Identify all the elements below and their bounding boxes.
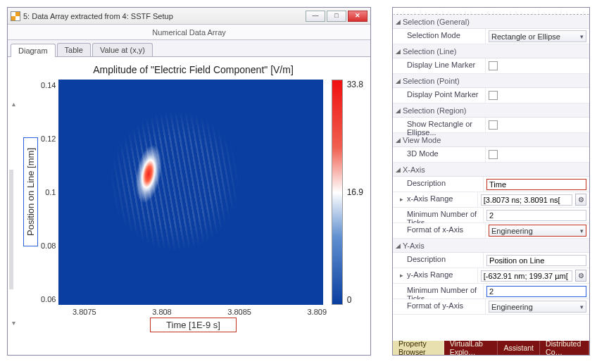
tab-value-at-xy[interactable]: Value at (x,y)	[92, 43, 153, 56]
panel-tabs: Property Browser VirtualLab Explo… Assis…	[393, 341, 589, 355]
label-y-min-ticks: Minimum Number of Ticks	[393, 284, 484, 299]
row-y-format: Format of y-Axis Engineering	[393, 299, 589, 315]
input-x-min-ticks[interactable]	[486, 210, 586, 221]
input-y-min-ticks[interactable]	[486, 286, 586, 297]
row-y-description: Description	[393, 253, 589, 268]
y-tick: 0.08	[41, 241, 56, 250]
app-icon	[11, 11, 20, 21]
gear-icon[interactable]: ⚙	[575, 194, 586, 206]
section-selection-point[interactable]: ◢Selection (Point)	[393, 74, 589, 88]
label-selection-mode: Selection Mode	[393, 29, 486, 44]
colorbar-ticks: 33.8 16.9 0	[343, 80, 363, 305]
heatmap-canvas[interactable]	[58, 80, 322, 305]
gear-icon[interactable]: ⚙	[575, 270, 586, 282]
section-y-axis[interactable]: ◢Y-Axis	[393, 239, 589, 253]
data-array-window: 5: Data Array extracted from 4: SSTF Set…	[7, 7, 371, 356]
section-view-mode[interactable]: ◢View Mode	[393, 133, 589, 147]
row-x-min-ticks: Minimum Number of Ticks	[393, 208, 589, 223]
label-x-range: ▸x-Axis Range	[393, 192, 478, 207]
panel-tab-distributed[interactable]: Distributed Co…	[540, 341, 589, 355]
cb-tick-min: 0	[347, 295, 363, 305]
label-x-min-ticks: Minimum Number of Ticks	[393, 208, 484, 222]
x-tick: 3.8075	[73, 308, 96, 316]
row-x-description: Description	[393, 177, 589, 192]
section-selection-region[interactable]: ◢Selection (Region)	[393, 103, 589, 118]
label-y-range: ▸y-Axis Range	[393, 268, 478, 283]
view-tabs: Diagram Table Value at (x,y)	[8, 40, 370, 57]
x-tick: 3.809	[307, 308, 327, 316]
tab-table[interactable]: Table	[57, 43, 91, 56]
checkbox-display-point-marker[interactable]	[489, 91, 498, 100]
checkbox-show-rect-ellipse[interactable]	[489, 120, 498, 130]
x-axis-label: Time [1E-9 s]	[150, 318, 237, 332]
checkbox-display-line-marker[interactable]	[489, 61, 498, 70]
row-3d-mode: 3D Mode	[393, 147, 589, 163]
tab-diagram[interactable]: Diagram	[11, 44, 56, 57]
row-x-range: ▸x-Axis Range ⚙	[393, 192, 589, 208]
combo-y-format[interactable]: Engineering	[489, 301, 586, 313]
section-selection-line[interactable]: ◢Selection (Line)	[393, 44, 589, 58]
input-x-description[interactable]	[486, 179, 586, 190]
y-tick: 0.06	[41, 295, 56, 303]
row-x-format: Format of x-Axis Engineering	[393, 223, 589, 239]
row-show-rect-ellipse: Show Rectangle or Ellipse...	[393, 118, 589, 133]
property-grid[interactable]: ◢Selection (General) Selection Mode Rect…	[393, 15, 589, 341]
property-browser-panel: ◢Selection (General) Selection Mode Rect…	[392, 7, 590, 356]
row-selection-mode: Selection Mode Rectangle or Ellipse	[393, 29, 589, 44]
cb-tick-mid: 16.9	[347, 187, 363, 197]
x-tick: 3.8085	[227, 308, 251, 316]
row-display-point-marker: Display Point Marker	[393, 88, 589, 103]
y-tick: 0.12	[41, 134, 56, 143]
torn-edge	[393, 8, 589, 15]
label-x-description: Description	[393, 177, 484, 192]
label-show-rect-ellipse: Show Rectangle or Ellipse...	[393, 118, 486, 132]
cb-tick-max: 33.8	[347, 80, 363, 89]
plot-area: ▴▾ Amplitude of "Electric Field Componen…	[8, 57, 370, 355]
window-subtitle: Numerical Data Array	[8, 25, 370, 40]
panel-tab-property-browser[interactable]: Property Browser	[393, 341, 444, 355]
scroll-arrows[interactable]: ▴▾	[12, 101, 19, 327]
label-3d-mode: 3D Mode	[393, 147, 486, 162]
y-tick: 0.1	[45, 188, 56, 196]
panel-tab-virtuallab-explorer[interactable]: VirtualLab Explo…	[444, 341, 498, 355]
plot-title: Amplitude of "Electric Field Component" …	[27, 64, 359, 75]
y-axis-label: Position on Line [mm]	[23, 137, 38, 246]
window-title: 5: Data Array extracted from 4: SSTF Set…	[23, 12, 306, 20]
maximize-button[interactable]: □	[327, 11, 346, 22]
row-y-range: ▸y-Axis Range ⚙	[393, 268, 589, 284]
combo-x-format[interactable]: Engineering	[489, 225, 586, 237]
minimize-button[interactable]: —	[306, 11, 325, 22]
colorbar	[332, 80, 343, 305]
x-tick: 3.808	[152, 308, 172, 316]
label-display-line-marker: Display Line Marker	[393, 58, 486, 73]
label-display-point-marker: Display Point Marker	[393, 88, 486, 103]
checkbox-3d-mode[interactable]	[489, 150, 498, 159]
panel-tab-assistant[interactable]: Assistant	[498, 341, 540, 355]
x-axis-ticks: 3.8075 3.808 3.8085 3.809	[73, 308, 327, 316]
combo-selection-mode[interactable]: Rectangle or Ellipse	[489, 30, 586, 42]
label-x-format: Format of x-Axis	[393, 223, 486, 238]
label-y-format: Format of y-Axis	[393, 299, 486, 314]
interference-fringes	[58, 80, 322, 305]
row-y-min-ticks: Minimum Number of Ticks	[393, 284, 589, 299]
section-selection-general[interactable]: ◢Selection (General)	[393, 15, 589, 29]
section-x-axis[interactable]: ◢X-Axis	[393, 163, 589, 177]
input-y-range[interactable]	[481, 270, 572, 282]
y-axis-ticks: 0.14 0.12 0.1 0.08 0.06	[39, 80, 58, 305]
input-x-range[interactable]	[481, 194, 572, 206]
row-display-line-marker: Display Line Marker	[393, 58, 589, 74]
close-button[interactable]: ✕	[348, 11, 367, 22]
input-y-description[interactable]	[486, 255, 586, 266]
y-tick: 0.14	[41, 81, 56, 89]
titlebar[interactable]: 5: Data Array extracted from 4: SSTF Set…	[8, 8, 370, 25]
label-y-description: Description	[393, 253, 484, 268]
